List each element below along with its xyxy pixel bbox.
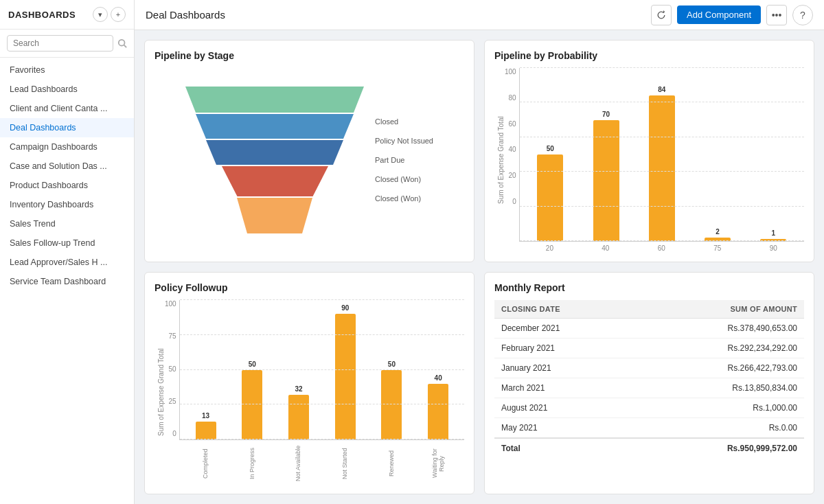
funnel-labels: ClosedPolicy Not IssuedPart DueClosed (W… bbox=[375, 109, 433, 211]
funnel-segment bbox=[222, 166, 328, 196]
policy-x-label: Completed bbox=[193, 443, 218, 484]
more-options-icon[interactable]: ••• bbox=[766, 5, 787, 25]
row-date: January 2021 bbox=[494, 358, 638, 378]
sidebar-nav-item[interactable]: Case and Solution Das ... bbox=[0, 157, 134, 176]
policy-bar: 40 bbox=[428, 384, 448, 439]
policy-x-label: In Progress bbox=[240, 443, 264, 484]
row-amount: Rs.13,850,834.00 bbox=[638, 378, 804, 398]
help-icon[interactable]: ? bbox=[792, 5, 813, 25]
table-row: February 2021Rs.292,234,292.00 bbox=[494, 339, 804, 358]
policy-y-tick: 100 bbox=[165, 300, 176, 308]
monthly-report-title: Monthly Report bbox=[494, 282, 804, 293]
prob-x-labels: 2040607590 bbox=[519, 242, 804, 252]
sidebar-title: DASHBOARDS bbox=[8, 10, 76, 20]
row-amount: Rs.1,000.00 bbox=[638, 398, 804, 418]
prob-chart-inner: 50708421 2040607590 bbox=[519, 68, 804, 252]
pipeline-stage-card: Pipeline by Stage ClosedPolicy Not Issue… bbox=[144, 40, 474, 262]
sidebar-nav-item[interactable]: Sales Follow-up Trend bbox=[0, 233, 134, 253]
svg-point-0 bbox=[119, 40, 125, 46]
prob-bar-col: 70 bbox=[593, 68, 619, 241]
policy-bar: 50 bbox=[242, 370, 262, 440]
table-row: December 2021Rs.378,490,653.00 bbox=[494, 319, 804, 339]
prob-y-tick: 100 bbox=[505, 68, 516, 76]
funnel-label-item: Closed (Won) bbox=[375, 170, 433, 189]
policy-chart: Sum of Expense Grand Total 1007550250 13… bbox=[154, 300, 464, 484]
policy-bar: 50 bbox=[381, 370, 402, 440]
row-date: February 2021 bbox=[494, 339, 638, 358]
policy-bar-value: 40 bbox=[435, 374, 442, 382]
sidebar-header: DASHBOARDS ▾ + bbox=[0, 0, 134, 30]
row-date: May 2021 bbox=[494, 418, 638, 439]
sidebar-nav-item[interactable]: Inventory Dashboards bbox=[0, 195, 134, 214]
search-input[interactable] bbox=[7, 35, 113, 51]
sidebar-nav-item[interactable]: Sales Trend bbox=[0, 214, 134, 233]
policy-x-label: Not Available bbox=[286, 443, 310, 484]
prob-bar-value: 2 bbox=[716, 228, 720, 236]
policy-bar-col: 13 bbox=[196, 300, 216, 439]
sidebar: DASHBOARDS ▾ + FavoritesLead DashboardsC… bbox=[0, 0, 135, 504]
sidebar-nav-item[interactable]: Favorites bbox=[0, 60, 134, 80]
row-date: December 2021 bbox=[494, 319, 638, 339]
policy-bar-col: 90 bbox=[335, 300, 356, 439]
sidebar-nav-item[interactable]: Service Team Dashboard bbox=[0, 272, 134, 291]
row-amount: Rs.378,490,653.00 bbox=[638, 319, 804, 339]
policy-bar-col: 50 bbox=[242, 300, 262, 439]
svg-marker-6 bbox=[237, 198, 312, 233]
prob-y-tick: 20 bbox=[509, 172, 516, 179]
prob-bar-value: 50 bbox=[547, 145, 554, 152]
prob-y-tick: 80 bbox=[509, 94, 516, 102]
funnel-label-item: Policy Not Issued bbox=[375, 131, 433, 150]
svg-marker-3 bbox=[196, 114, 354, 139]
sidebar-nav-item[interactable]: Lead Dashboards bbox=[0, 80, 134, 99]
prob-bar-col: 2 bbox=[705, 68, 731, 241]
sidebar-nav-item[interactable]: Lead Approver/Sales H ... bbox=[0, 253, 134, 272]
sidebar-nav-item[interactable]: Product Dashboards bbox=[0, 176, 134, 195]
prob-x-label: 75 bbox=[705, 244, 731, 252]
funnel-segment bbox=[196, 114, 354, 139]
policy-bar-value: 50 bbox=[249, 360, 256, 368]
row-date: March 2021 bbox=[494, 378, 638, 398]
funnel-segment bbox=[185, 87, 364, 113]
sidebar-nav-item[interactable]: Deal Dashboards bbox=[0, 118, 134, 137]
prob-bar-col: 50 bbox=[537, 68, 563, 241]
pipeline-probability-title: Pipeline by Probability bbox=[494, 50, 804, 61]
topbar-actions: Add Component ••• ? bbox=[651, 5, 813, 25]
page-title: Deal Dashboards bbox=[146, 9, 225, 21]
dashboard-grid: Pipeline by Stage ClosedPolicy Not Issue… bbox=[135, 30, 824, 504]
funnel-segment bbox=[206, 140, 343, 165]
prob-bar-value: 84 bbox=[658, 86, 665, 93]
funnel-shapes bbox=[185, 87, 364, 233]
prob-x-label: 40 bbox=[593, 244, 619, 252]
policy-y-tick: 0 bbox=[172, 430, 176, 437]
add-dashboard-icon[interactable]: + bbox=[111, 7, 126, 22]
policy-y-ticks: 1007550250 bbox=[165, 300, 179, 484]
search-icon bbox=[117, 38, 127, 48]
add-component-button[interactable]: Add Component bbox=[677, 5, 761, 24]
dropdown-icon[interactable]: ▾ bbox=[93, 7, 108, 22]
pipeline-probability-card: Pipeline by Probability Sum of Expense G… bbox=[484, 40, 814, 262]
policy-bar-value: 32 bbox=[295, 385, 302, 393]
sidebar-nav-item[interactable]: Campaign Dashboards bbox=[0, 137, 134, 157]
prob-x-label: 60 bbox=[648, 244, 674, 252]
funnel-label-item: Part Due bbox=[375, 150, 433, 170]
sidebar-nav-item[interactable]: Client and Client Canta ... bbox=[0, 99, 134, 118]
refresh-icon[interactable] bbox=[651, 5, 672, 25]
policy-bar-value: 13 bbox=[202, 412, 209, 420]
policy-y-tick: 50 bbox=[169, 365, 176, 373]
prob-x-label: 90 bbox=[760, 244, 786, 252]
total-label: Total bbox=[494, 438, 638, 458]
report-table: CLOSING DATE SUM OF AMOUNT December 2021… bbox=[494, 300, 804, 458]
policy-y-label: Sum of Expense Grand Total bbox=[154, 300, 165, 484]
prob-bars-row: 50708421 bbox=[520, 68, 804, 241]
funnel-segment bbox=[237, 198, 312, 233]
main-content: Deal Dashboards Add Component ••• ? Pipe… bbox=[135, 0, 824, 504]
policy-bar-col: 40 bbox=[428, 300, 448, 439]
topbar: Deal Dashboards Add Component ••• ? bbox=[135, 0, 824, 30]
policy-followup-card: Policy Followup Sum of Expense Grand Tot… bbox=[144, 272, 474, 494]
prob-bar: 84 bbox=[649, 95, 675, 241]
prob-x-label: 20 bbox=[536, 244, 562, 252]
probability-chart: Sum of Expense Grand Total 100806040200 … bbox=[494, 68, 804, 252]
policy-x-labels: CompletedIn ProgressNot AvailableNot Sta… bbox=[179, 440, 464, 484]
prob-y-ticks: 100806040200 bbox=[505, 68, 519, 252]
table-row: August 2021Rs.1,000.00 bbox=[494, 398, 804, 418]
